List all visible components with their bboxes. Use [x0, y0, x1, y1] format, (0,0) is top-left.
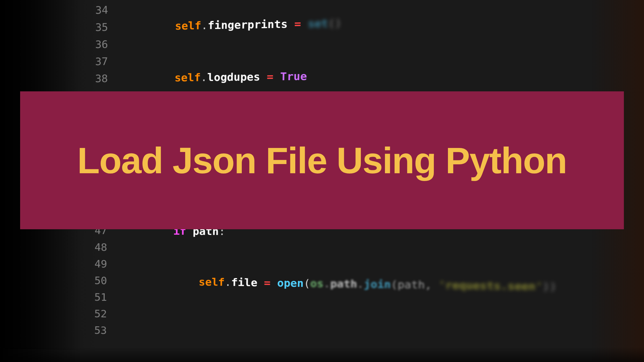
bottom-fade [0, 348, 644, 362]
line-number: 34 [81, 1, 108, 19]
code-line-blank [121, 323, 555, 348]
line-number: 36 [81, 36, 108, 53]
line-number: 53 [81, 322, 107, 339]
line-number: 50 [81, 272, 107, 289]
line-number: 49 [81, 255, 107, 272]
code-line-33: self.fingerprints = set() [123, 10, 566, 36]
line-number: 37 [81, 53, 108, 70]
line-number: 35 [81, 19, 108, 36]
code-line-34: self.logdupes = True [123, 65, 564, 87]
banner-title: Load Json File Using Python [77, 139, 567, 182]
line-number: 51 [81, 289, 107, 306]
code-line-38: self.file = open(os.path.join(path, 'req… [122, 273, 557, 296]
line-number: 38 [81, 70, 108, 87]
line-number: 48 [81, 239, 107, 256]
line-number: 52 [81, 305, 107, 322]
title-banner: Load Json File Using Python [20, 91, 624, 229]
